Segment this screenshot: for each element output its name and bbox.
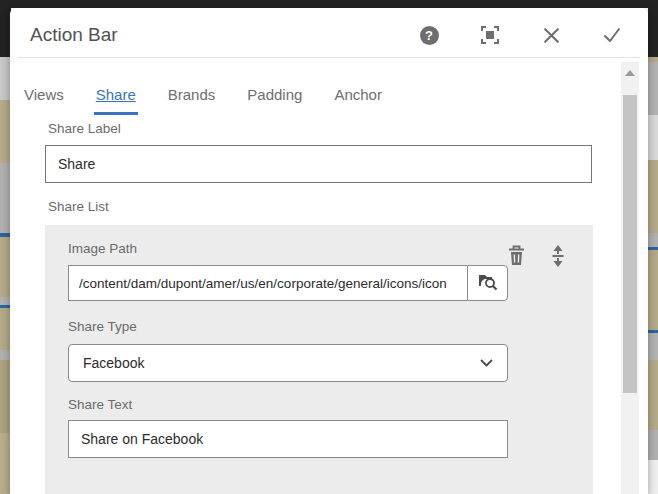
fullscreen-icon[interactable] [480, 25, 500, 45]
scrollbar-thumb[interactable] [623, 95, 637, 393]
dialog-scrollbar[interactable] [621, 62, 639, 494]
share-type-label: Share Type [68, 319, 137, 334]
tab-share[interactable]: Share [94, 86, 138, 115]
dialog-header-icons: ? [419, 25, 622, 45]
dialog-title: Action Bar [30, 24, 118, 46]
share-list-label: Share List [48, 199, 109, 214]
tab-brands[interactable]: Brands [166, 86, 218, 115]
image-path-label: Image Path [68, 241, 137, 256]
scroll-up-arrow-icon[interactable] [621, 62, 639, 84]
chevron-down-icon [480, 355, 493, 371]
image-path-input[interactable] [68, 265, 467, 301]
share-type-select[interactable]: Facebook [68, 344, 508, 382]
reorder-icon[interactable] [549, 244, 567, 272]
header-divider [18, 57, 640, 58]
help-icon[interactable]: ? [419, 25, 439, 45]
share-label-label: Share Label [48, 121, 121, 136]
action-bar-dialog: Action Bar ? [10, 8, 648, 494]
screen: Action Bar ? [0, 0, 658, 494]
share-type-value: Facebook [83, 355, 144, 371]
image-path-field [68, 265, 508, 301]
share-text-label: Share Text [68, 397, 132, 412]
tab-bar: Views Share Brands Padding Anchor [22, 86, 384, 115]
tab-views[interactable]: Views [22, 86, 66, 115]
tab-anchor[interactable]: Anchor [332, 86, 384, 115]
share-label-input[interactable] [45, 145, 592, 183]
folder-search-icon [477, 271, 499, 295]
confirm-icon[interactable] [602, 25, 622, 45]
share-list-item: Image Path [45, 225, 593, 494]
trash-icon[interactable] [506, 244, 527, 272]
page-background-right [648, 0, 658, 494]
share-text-input[interactable] [68, 420, 508, 458]
page-background-top [0, 0, 658, 8]
tab-padding[interactable]: Padding [245, 86, 304, 115]
close-icon[interactable] [541, 25, 561, 45]
browse-asset-button[interactable] [467, 265, 508, 301]
